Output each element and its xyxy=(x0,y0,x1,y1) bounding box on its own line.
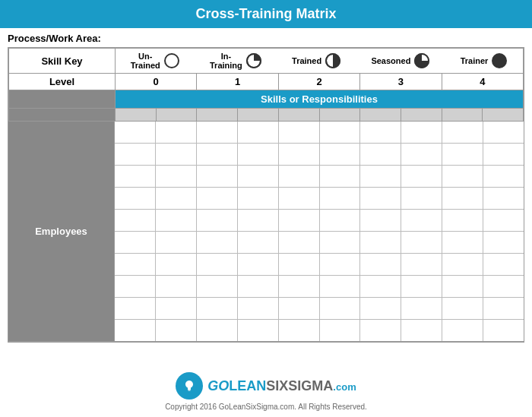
data-cell[interactable] xyxy=(320,210,361,231)
data-cell[interactable] xyxy=(483,166,524,187)
data-cell[interactable] xyxy=(156,276,197,297)
data-cell[interactable] xyxy=(197,320,238,341)
data-cell[interactable] xyxy=(483,254,524,275)
data-cell[interactable] xyxy=(401,210,442,231)
data-cell[interactable] xyxy=(442,298,483,319)
data-cell[interactable] xyxy=(156,298,197,319)
data-cell[interactable] xyxy=(401,122,442,143)
data-cell[interactable] xyxy=(238,298,279,319)
data-cell[interactable] xyxy=(197,166,238,187)
data-cell[interactable] xyxy=(279,232,320,253)
data-cell[interactable] xyxy=(320,188,361,209)
data-cell[interactable] xyxy=(483,276,524,297)
data-cell[interactable] xyxy=(401,320,442,341)
data-cell[interactable] xyxy=(483,320,524,341)
data-cell[interactable] xyxy=(279,166,320,187)
data-cell[interactable] xyxy=(320,122,361,143)
data-cell[interactable] xyxy=(360,122,401,143)
data-cell[interactable] xyxy=(238,122,279,143)
data-cell[interactable] xyxy=(197,122,238,143)
data-cell[interactable] xyxy=(320,166,361,187)
data-cell[interactable] xyxy=(442,144,483,165)
data-cell[interactable] xyxy=(115,276,156,297)
data-cell[interactable] xyxy=(197,276,238,297)
data-cell[interactable] xyxy=(156,254,197,275)
data-cell[interactable] xyxy=(483,144,524,165)
data-cell[interactable] xyxy=(360,166,401,187)
data-cell[interactable] xyxy=(279,276,320,297)
data-cell[interactable] xyxy=(115,188,156,209)
data-cell[interactable] xyxy=(442,232,483,253)
data-cell[interactable] xyxy=(483,188,524,209)
data-cell[interactable] xyxy=(238,232,279,253)
data-cell[interactable] xyxy=(115,298,156,319)
data-cell[interactable] xyxy=(401,166,442,187)
data-cell[interactable] xyxy=(320,276,361,297)
data-cell[interactable] xyxy=(483,232,524,253)
data-cell[interactable] xyxy=(401,188,442,209)
data-cell[interactable] xyxy=(115,210,156,231)
data-cell[interactable] xyxy=(442,254,483,275)
data-cell[interactable] xyxy=(360,320,401,341)
data-cell[interactable] xyxy=(360,188,401,209)
data-cell[interactable] xyxy=(156,166,197,187)
data-cell[interactable] xyxy=(442,166,483,187)
data-cell[interactable] xyxy=(401,254,442,275)
data-cell[interactable] xyxy=(401,144,442,165)
data-cell[interactable] xyxy=(401,276,442,297)
data-cell[interactable] xyxy=(401,298,442,319)
data-cell[interactable] xyxy=(279,210,320,231)
data-cell[interactable] xyxy=(279,320,320,341)
data-cell[interactable] xyxy=(279,122,320,143)
data-cell[interactable] xyxy=(156,122,197,143)
data-cell[interactable] xyxy=(156,188,197,209)
data-cell[interactable] xyxy=(238,166,279,187)
data-cell[interactable] xyxy=(115,232,156,253)
data-cell[interactable] xyxy=(442,122,483,143)
data-cell[interactable] xyxy=(238,320,279,341)
data-cell[interactable] xyxy=(320,254,361,275)
data-cell[interactable] xyxy=(238,276,279,297)
data-cell[interactable] xyxy=(442,320,483,341)
data-cell[interactable] xyxy=(442,210,483,231)
data-cell[interactable] xyxy=(238,210,279,231)
data-cell[interactable] xyxy=(279,144,320,165)
data-cell[interactable] xyxy=(320,320,361,341)
data-cell[interactable] xyxy=(156,232,197,253)
data-cell[interactable] xyxy=(483,210,524,231)
data-cell[interactable] xyxy=(238,254,279,275)
data-cell[interactable] xyxy=(483,122,524,143)
data-cell[interactable] xyxy=(238,144,279,165)
data-cell[interactable] xyxy=(320,144,361,165)
data-cell[interactable] xyxy=(115,254,156,275)
data-cell[interactable] xyxy=(279,188,320,209)
data-cell[interactable] xyxy=(115,320,156,341)
data-cell[interactable] xyxy=(442,276,483,297)
data-cell[interactable] xyxy=(320,298,361,319)
data-cell[interactable] xyxy=(115,144,156,165)
data-cell[interactable] xyxy=(442,188,483,209)
data-cell[interactable] xyxy=(401,232,442,253)
data-cell[interactable] xyxy=(197,210,238,231)
data-cell[interactable] xyxy=(197,254,238,275)
data-cell[interactable] xyxy=(360,254,401,275)
data-cell[interactable] xyxy=(156,144,197,165)
data-cell[interactable] xyxy=(360,232,401,253)
data-cell[interactable] xyxy=(360,144,401,165)
data-cell[interactable] xyxy=(115,166,156,187)
data-cell[interactable] xyxy=(197,188,238,209)
data-cell[interactable] xyxy=(197,232,238,253)
data-cell[interactable] xyxy=(360,276,401,297)
data-cell[interactable] xyxy=(115,122,156,143)
data-cell[interactable] xyxy=(238,188,279,209)
data-cell[interactable] xyxy=(156,320,197,341)
data-cell[interactable] xyxy=(320,232,361,253)
data-cell[interactable] xyxy=(360,298,401,319)
data-cell[interactable] xyxy=(360,210,401,231)
data-cell[interactable] xyxy=(197,144,238,165)
data-cell[interactable] xyxy=(279,298,320,319)
data-cell[interactable] xyxy=(279,254,320,275)
data-cell[interactable] xyxy=(197,298,238,319)
data-cell[interactable] xyxy=(156,210,197,231)
data-cell[interactable] xyxy=(483,298,524,319)
